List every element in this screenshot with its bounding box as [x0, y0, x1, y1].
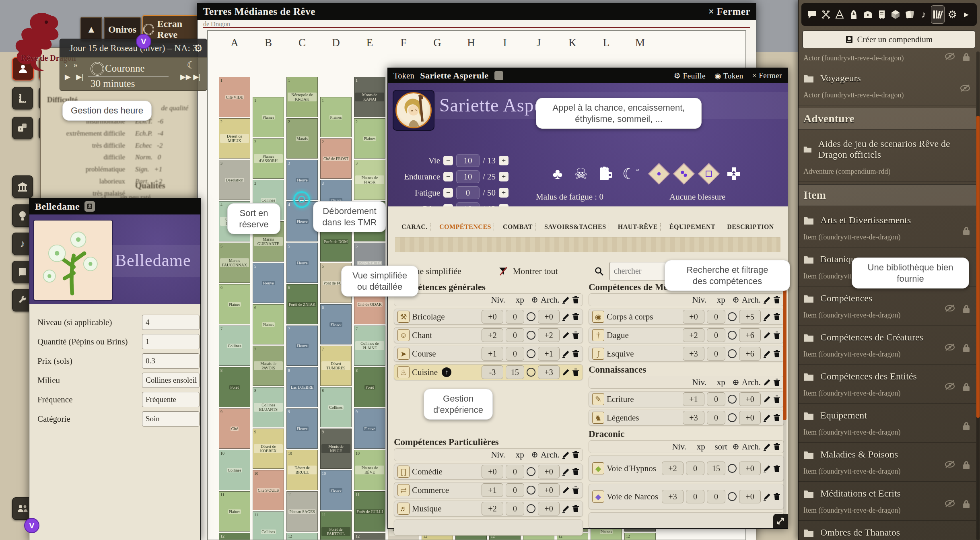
sheet-config-button[interactable]: ⚙ Feuille	[674, 71, 706, 80]
trash-icon[interactable]	[572, 468, 579, 476]
stat-value[interactable]: 10	[456, 170, 480, 183]
archive-value[interactable]: +0	[538, 483, 560, 497]
trash-icon[interactable]	[773, 395, 780, 403]
edit-icon[interactable]	[562, 486, 570, 494]
map-cell-C6[interactable]: 6Forêt de ZNIAK	[286, 284, 318, 324]
eye-slash-icon[interactable]	[945, 460, 955, 470]
plus-button[interactable]: +	[499, 156, 509, 165]
sheet-scrollbar-thumb[interactable]	[783, 275, 786, 420]
edit-icon[interactable]	[763, 350, 771, 358]
moon-icon[interactable]: ☾	[187, 60, 196, 71]
archive-value[interactable]: +0	[538, 502, 560, 515]
archive-toggle[interactable]	[728, 413, 737, 422]
map-cell-A3[interactable]: 3Désolation	[219, 160, 250, 200]
map-cell-B9[interactable]: 9Désert de KOBREX	[253, 429, 284, 469]
minus-button[interactable]: −	[443, 156, 453, 165]
time-phase[interactable]: Couronne	[105, 63, 145, 74]
xp-input[interactable]: 0	[506, 328, 524, 342]
niveau-input[interactable]: +3	[683, 347, 704, 361]
plus-button[interactable]: +	[499, 204, 509, 206]
minus-button[interactable]: −	[443, 204, 453, 206]
xp-up-icon[interactable]: ↑	[442, 367, 451, 377]
map-cell-E11[interactable]: 11Forêt de JUILLI	[354, 491, 385, 532]
archive-value[interactable]: +1	[538, 347, 560, 361]
token-button[interactable]: ◉ Token	[714, 71, 743, 80]
item-book-icon[interactable]	[84, 201, 95, 212]
archive-toggle[interactable]	[728, 331, 737, 340]
map-cell-D9[interactable]: 9Monts de NEIGE	[320, 429, 352, 469]
playlists-icon[interactable]: ♪	[917, 6, 930, 23]
bones-icon[interactable]: ☠	[572, 165, 590, 183]
trash-icon[interactable]	[572, 505, 579, 513]
montrer-tout-toggle[interactable]: Montrer tout	[513, 266, 558, 276]
collapse-icon[interactable]: ▶	[960, 6, 973, 23]
tab-oniros[interactable]: Oniros	[104, 17, 141, 42]
map-cell-C8[interactable]: 8Lac LOEBRE	[286, 367, 318, 407]
map-cell-B10[interactable]: 10Cité S'OULS	[253, 470, 284, 510]
archive-toggle[interactable]	[527, 331, 535, 340]
map-cell-C11[interactable]: 11Plateau SAGES	[286, 491, 318, 532]
archive-value[interactable]: +6	[739, 347, 761, 361]
plus-button[interactable]: +	[499, 172, 509, 181]
sidebar-item-voyageurs[interactable]: VoyageursActor (foundryvtt-reve-de-drago…	[799, 66, 976, 105]
xp-input[interactable]: 0	[707, 310, 725, 324]
tab-description[interactable]: DESCRIPTION	[725, 223, 776, 231]
edit-icon[interactable]	[562, 313, 570, 321]
xp-input[interactable]: 0	[707, 411, 725, 425]
sidebar-item-maladies-&-poisons[interactable]: Maladies & PoisonsItem (foundryvtt-reve-…	[799, 443, 976, 482]
edit-icon[interactable]	[763, 414, 771, 422]
map-cell-E9[interactable]: 9Fleuve	[354, 408, 385, 449]
trash-icon[interactable]	[773, 313, 780, 321]
niveau-input[interactable]: +1	[482, 483, 503, 497]
sort-input[interactable]: 15	[707, 462, 725, 475]
archive-toggle[interactable]	[728, 464, 737, 473]
trash-icon[interactable]	[572, 368, 579, 376]
archive-value[interactable]: +0	[739, 392, 761, 406]
settings-icon[interactable]: ⚙	[946, 6, 959, 23]
eye-slash-icon[interactable]	[945, 304, 955, 314]
niveau-input[interactable]: +3	[683, 411, 704, 425]
xp-input[interactable]: 0	[686, 462, 704, 475]
blessure-critique-icon[interactable]	[700, 165, 718, 183]
tool-tiles[interactable]	[12, 175, 33, 198]
skill-row-course[interactable]: ➤ Course +1 0 +1	[394, 346, 583, 362]
skill-row-corps-à-corps[interactable]: ◉ Corps à corps +0 0 +5	[589, 309, 784, 325]
sidebar-item-compétences-de-créatures[interactable]: Compétences de CréaturesItem (foundryvtt…	[799, 326, 976, 365]
map-cell-E7[interactable]: 7Collines de PLAINE	[354, 326, 385, 366]
map-cell-A9[interactable]: 9Cité	[219, 408, 250, 449]
sidebar-item-arts-et-divertissements[interactable]: Arts et DivertissementsItem (foundryvtt-…	[799, 208, 976, 247]
xp-input[interactable]: 0	[686, 490, 704, 503]
sidebar-item-actor-foundryvtt-reve-de-dragon-[interactable]: Actor (foundryvtt-reve-de-dragon)	[799, 52, 976, 66]
sidebar-item-ombres-de-thanatos[interactable]: Ombres de Thanatos	[799, 521, 976, 540]
archive-value[interactable]: +6	[739, 328, 761, 342]
niveau-input[interactable]: -3	[482, 365, 503, 379]
skill-row-ecriture[interactable]: ✎ Ecriture +1 0 +0	[589, 391, 784, 407]
skill-row-voie-de-narcos[interactable]: ◆ Voie de Narcos +3 00 +0	[589, 484, 784, 509]
stat-value[interactable]: 10	[456, 154, 480, 167]
belledame-titlebar[interactable]: Belledame	[29, 198, 200, 214]
map-cell-A1[interactable]: 1Cité VIDE	[219, 77, 250, 117]
map-cell-B8[interactable]: 8Collines BLUANTS	[253, 387, 284, 427]
skip-end-icon[interactable]: ▶|	[193, 73, 200, 81]
skip-icon[interactable]: ▶|	[76, 73, 83, 81]
map-cell-C5[interactable]: 5Fleuve	[286, 243, 318, 283]
blessure-grave-icon[interactable]	[675, 165, 693, 183]
field-input[interactable]: 4	[142, 315, 200, 330]
archive-toggle[interactable]	[728, 312, 737, 321]
edit-icon[interactable]	[763, 493, 771, 501]
avatar[interactable]	[393, 90, 434, 131]
lock-icon[interactable]	[962, 226, 970, 236]
edit-icon[interactable]	[763, 332, 771, 339]
lock-icon[interactable]	[962, 343, 970, 353]
lock-icon[interactable]	[962, 499, 970, 509]
sidebar-scrollbar[interactable]	[976, 52, 980, 540]
map-cell-A10[interactable]: 10Collines	[219, 450, 250, 490]
lock-icon[interactable]	[962, 421, 970, 431]
map-cell-D8[interactable]: 8Collines	[320, 387, 352, 427]
trash-icon[interactable]	[572, 350, 579, 358]
map-cell-C1[interactable]: 1Nécropole de KROAK	[286, 77, 318, 117]
play-icon[interactable]: ▶	[65, 73, 70, 81]
archive-toggle[interactable]	[527, 504, 535, 513]
compendium-icon[interactable]	[931, 5, 945, 24]
scenes-icon[interactable]	[833, 6, 846, 23]
